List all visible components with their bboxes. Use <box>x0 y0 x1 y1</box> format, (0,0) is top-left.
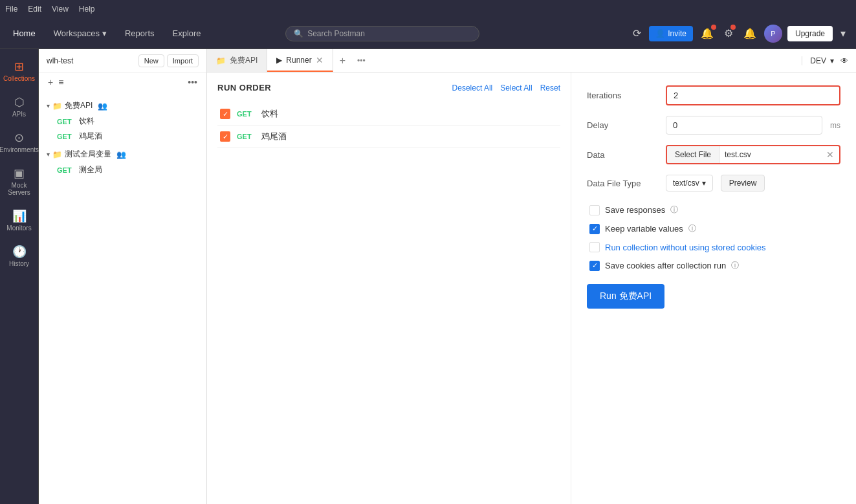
chevron-icon-1: ▾ <box>47 151 50 158</box>
nav-reports[interactable]: Reports <box>120 26 160 41</box>
sidebar-header: wlh-test New Import <box>39 49 206 73</box>
import-button[interactable]: Import <box>167 54 199 67</box>
delay-input[interactable] <box>666 116 822 135</box>
save-responses-checkbox[interactable] <box>589 205 600 215</box>
new-tab-btn[interactable]: + <box>333 55 352 67</box>
run-item-method-1: GET <box>237 133 255 140</box>
menu-view[interactable]: View <box>52 5 69 14</box>
more-btn[interactable]: ••• <box>186 76 199 89</box>
reset-btn[interactable]: Reset <box>540 83 560 93</box>
save-cookies-label: Save cookies after collection run <box>605 261 726 270</box>
save-cookies-info-icon[interactable]: ⓘ <box>731 260 739 271</box>
sidebar-item-apis[interactable]: ⬡ APIs <box>2 90 37 123</box>
keep-variable-info-icon[interactable]: ⓘ <box>688 223 696 234</box>
collection-header-1[interactable]: ▾ 📁 测试全局变量 👥 <box>39 146 206 162</box>
settings-btn[interactable]: ⚙ <box>721 25 736 42</box>
collection-name-0: 免费API <box>65 100 93 111</box>
request-item-1-0[interactable]: GET 测全局 <box>39 162 206 177</box>
sidebar-panel: wlh-test New Import + ≡ ••• ▾ 📁 免费API 👥 <box>39 49 207 504</box>
notification-badge <box>711 25 716 30</box>
run-item-checkbox-1[interactable]: ✓ <box>220 131 230 142</box>
run-item-0: ✓ GET 饮料 <box>217 103 560 126</box>
keep-variable-checkbox[interactable] <box>589 224 600 234</box>
share-icon-1: 👥 <box>116 150 126 159</box>
nav-explore[interactable]: Explore <box>168 26 206 41</box>
method-label-0-1: GET <box>57 133 75 140</box>
nav-home[interactable]: Home <box>8 26 41 41</box>
chevron-icon-0: ▾ <box>47 102 50 109</box>
sidebar-item-history[interactable]: 🕐 History <box>2 239 37 272</box>
file-type-value: text/csv <box>673 179 699 188</box>
filter-btn[interactable]: ≡ <box>57 76 65 89</box>
collection-item-0: ▾ 📁 免费API 👥 GET 饮料 GET 鸡尾酒 <box>39 96 206 145</box>
sidebar-item-monitors[interactable]: 📊 Monitors <box>2 204 37 237</box>
file-type-select[interactable]: text/csv ▾ <box>666 175 713 192</box>
deselect-all-btn[interactable]: Deselect All <box>452 83 493 93</box>
select-all-btn[interactable]: Select All <box>500 83 532 93</box>
collection-name-1: 测试全局变量 <box>65 149 111 160</box>
sidebar-item-environments[interactable]: ⊙ Environments <box>2 126 37 159</box>
avatar[interactable]: P <box>764 25 782 43</box>
main-layout: ⊞ Collections ⬡ APIs ⊙ Environments ▣ Mo… <box>0 49 856 504</box>
search-bar[interactable]: 🔍 Search Postman <box>285 26 479 41</box>
no-cookies-checkbox[interactable] <box>589 242 600 252</box>
select-file-btn[interactable]: Select File <box>667 146 719 163</box>
content-area: 📁 免费API ▶ Runner ✕ + ••• DEV ▾ 👁 RUN ORD… <box>207 49 856 504</box>
iterations-label: Iterations <box>587 91 658 100</box>
iterations-row: Iterations <box>587 85 840 105</box>
file-name-display: test.csv <box>719 146 821 163</box>
save-responses-info-icon[interactable]: ⓘ <box>670 204 678 215</box>
run-order-title: RUN ORDER <box>217 83 271 93</box>
search-placeholder: Search Postman <box>307 29 365 38</box>
runner-left-panel: RUN ORDER Deselect All Select All Reset … <box>207 72 571 504</box>
sidebar-icons: ⊞ Collections ⬡ APIs ⊙ Environments ▣ Mo… <box>0 49 39 504</box>
data-label: Data <box>587 150 658 160</box>
runner-tab-close[interactable]: ✕ <box>316 55 324 65</box>
sync-icon: ⟳ <box>633 28 641 39</box>
new-button[interactable]: New <box>138 54 164 67</box>
save-cookies-checkbox[interactable] <box>589 261 600 271</box>
sidebar-content: ▾ 📁 免费API 👥 GET 饮料 GET 鸡尾酒 ▾ 📁 <box>39 91 206 504</box>
env-selector[interactable]: DEV ▾ 👁 <box>802 56 856 65</box>
checkbox-no-cookies: Run collection without using stored cook… <box>587 242 840 252</box>
sidebar-item-mock-servers[interactable]: ▣ Mock Servers <box>2 161 37 201</box>
sync-btn[interactable]: ⟳ <box>630 25 644 42</box>
request-item-0-0[interactable]: GET 饮料 <box>39 114 206 129</box>
add-item-btn[interactable]: + <box>47 76 54 89</box>
settings-badge <box>730 25 736 30</box>
sidebar-toolbar: + ≡ ••• <box>39 73 206 91</box>
dropdown-btn[interactable]: ▾ <box>838 25 848 42</box>
search-icon: 🔍 <box>294 29 303 38</box>
save-responses-label: Save responses <box>605 205 665 215</box>
file-clear-btn[interactable]: ✕ <box>821 147 839 162</box>
run-item-checkbox-0[interactable]: ✓ <box>220 109 230 119</box>
preview-button[interactable]: Preview <box>721 175 765 192</box>
checkbox-keep-variable: Keep variable values ⓘ <box>587 223 840 234</box>
check-icon-0: ✓ <box>223 110 228 118</box>
file-selector: Select File test.csv ✕ <box>666 145 840 164</box>
env-label: DEV <box>810 56 826 65</box>
run-order-actions: Deselect All Select All Reset <box>452 83 560 93</box>
runner-content: RUN ORDER Deselect All Select All Reset … <box>207 72 856 504</box>
tab-runner[interactable]: ▶ Runner ✕ <box>267 49 333 72</box>
run-item-name-1: 鸡尾酒 <box>261 131 287 142</box>
tab-overflow-btn[interactable]: ••• <box>352 56 371 65</box>
upgrade-button[interactable]: Upgrade <box>787 26 833 41</box>
notifications-btn[interactable]: 🔔 <box>698 25 716 42</box>
runner-right-panel: Iterations Delay ms Data Select File tes… <box>571 72 856 504</box>
tab-collection[interactable]: 📁 免费API <box>207 49 267 72</box>
alerts-btn[interactable]: 🔔 <box>741 25 759 42</box>
menu-edit[interactable]: Edit <box>28 5 41 14</box>
data-file-type-label: Data File Type <box>587 179 658 188</box>
request-item-0-1[interactable]: GET 鸡尾酒 <box>39 129 206 144</box>
nav-workspaces[interactable]: Workspaces ▾ <box>49 26 112 41</box>
sidebar-item-collections[interactable]: ⊞ Collections <box>2 54 37 87</box>
run-button[interactable]: Run 免费API <box>587 284 664 309</box>
collections-icon: ⊞ <box>14 60 24 74</box>
menu-file[interactable]: File <box>5 5 17 14</box>
invite-button[interactable]: 👤 Invite <box>649 26 693 41</box>
workspace-name: wlh-test <box>47 56 73 65</box>
collection-header-0[interactable]: ▾ 📁 免费API 👥 <box>39 98 206 114</box>
iterations-input[interactable] <box>666 85 840 105</box>
menu-help[interactable]: Help <box>79 5 95 14</box>
